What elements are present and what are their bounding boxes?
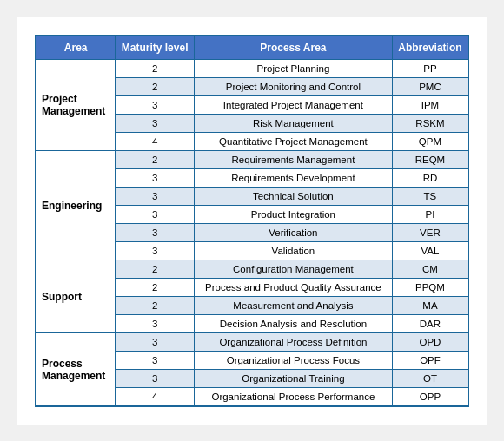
maturity-cell: 4 <box>116 133 195 151</box>
header-abbreviation: Abbreviation <box>392 36 468 60</box>
maturity-cell: 3 <box>116 352 195 370</box>
header-process-area: Process Area <box>194 36 392 60</box>
maturity-cell: 3 <box>116 315 195 333</box>
abbreviation-cell: VAL <box>392 242 468 260</box>
process-area-cell: Organizational Process Performance <box>194 388 392 407</box>
area-cell: ProcessManagement <box>36 333 116 407</box>
maturity-cell: 3 <box>116 370 195 388</box>
page-container: Area Maturity level Process Area Abbrevi… <box>17 17 487 425</box>
process-area-cell: Organizational Process Focus <box>194 352 392 370</box>
process-area-cell: Project Monitoring and Control <box>194 78 392 96</box>
maturity-cell: 3 <box>116 169 195 188</box>
abbreviation-cell: VER <box>392 224 468 242</box>
process-area-cell: Verification <box>194 224 392 242</box>
abbreviation-cell: TS <box>392 188 468 206</box>
table-row: Support2Configuration ManagementCM <box>36 260 468 279</box>
cmmi-table: Area Maturity level Process Area Abbrevi… <box>35 35 469 407</box>
process-area-cell: Organizational Training <box>194 370 392 388</box>
process-area-cell: Decision Analysis and Resolution <box>194 315 392 333</box>
process-area-cell: Product Integration <box>194 206 392 224</box>
maturity-cell: 3 <box>116 242 195 260</box>
process-area-cell: Measurement and Analysis <box>194 297 392 315</box>
header-maturity: Maturity level <box>116 36 195 60</box>
maturity-cell: 3 <box>116 333 195 352</box>
process-area-cell: Project Planning <box>194 60 392 78</box>
process-area-cell: Process and Product Quality Assurance <box>194 279 392 297</box>
abbreviation-cell: CM <box>392 260 468 279</box>
process-area-cell: Requirements Management <box>194 151 392 169</box>
maturity-cell: 2 <box>116 60 195 78</box>
maturity-cell: 3 <box>116 115 195 133</box>
process-area-cell: Integrated Project Management <box>194 96 392 115</box>
abbreviation-cell: PMC <box>392 78 468 96</box>
abbreviation-cell: RSKM <box>392 115 468 133</box>
abbreviation-cell: OPD <box>392 333 468 352</box>
header-area: Area <box>36 36 116 60</box>
maturity-cell: 2 <box>116 297 195 315</box>
process-area-cell: Quantitative Project Management <box>194 133 392 151</box>
table-row: Engineering2Requirements ManagementREQM <box>36 151 468 169</box>
maturity-cell: 2 <box>116 78 195 96</box>
process-area-cell: Organizational Process Definition <box>194 333 392 352</box>
abbreviation-cell: MA <box>392 297 468 315</box>
area-cell: Support <box>36 260 116 333</box>
abbreviation-cell: OPP <box>392 388 468 407</box>
abbreviation-cell: REQM <box>392 151 468 169</box>
maturity-cell: 3 <box>116 96 195 115</box>
area-cell: ProjectManagement <box>36 60 116 151</box>
abbreviation-cell: RD <box>392 169 468 188</box>
maturity-cell: 2 <box>116 260 195 279</box>
area-cell: Engineering <box>36 151 116 260</box>
abbreviation-cell: PPQM <box>392 279 468 297</box>
abbreviation-cell: PP <box>392 60 468 78</box>
abbreviation-cell: OPF <box>392 352 468 370</box>
maturity-cell: 3 <box>116 224 195 242</box>
maturity-cell: 3 <box>116 188 195 206</box>
process-area-cell: Requirements Development <box>194 169 392 188</box>
abbreviation-cell: DAR <box>392 315 468 333</box>
process-area-cell: Risk Management <box>194 115 392 133</box>
process-area-cell: Technical Solution <box>194 188 392 206</box>
table-row: ProcessManagement3Organizational Process… <box>36 333 468 352</box>
maturity-cell: 3 <box>116 206 195 224</box>
abbreviation-cell: OT <box>392 370 468 388</box>
maturity-cell: 2 <box>116 279 195 297</box>
abbreviation-cell: IPM <box>392 96 468 115</box>
maturity-cell: 2 <box>116 151 195 169</box>
abbreviation-cell: QPM <box>392 133 468 151</box>
table-row: ProjectManagement2Project PlanningPP <box>36 60 468 78</box>
process-area-cell: Configuration Management <box>194 260 392 279</box>
process-area-cell: Validation <box>194 242 392 260</box>
maturity-cell: 4 <box>116 388 195 407</box>
abbreviation-cell: PI <box>392 206 468 224</box>
